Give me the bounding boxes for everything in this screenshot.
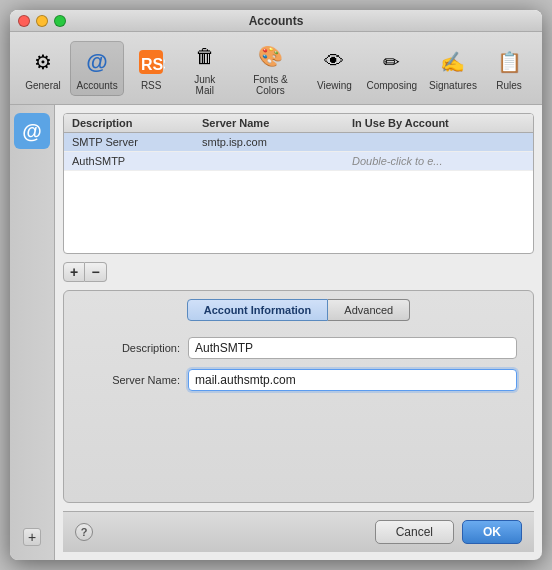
- description-label: Description:: [80, 342, 180, 354]
- description-field-row: Description:: [80, 337, 517, 359]
- toolbar-accounts-label: Accounts: [77, 80, 118, 91]
- toolbar-rules[interactable]: 📋 Rules: [484, 42, 534, 95]
- close-button[interactable]: [18, 15, 30, 27]
- table-row[interactable]: SMTP Server smtp.isp.com: [64, 133, 533, 152]
- titlebar: Accounts: [10, 10, 542, 32]
- toolbar-junk-mail-label: Junk Mail: [186, 74, 223, 96]
- tab-account-information-label: Account Information: [204, 304, 312, 316]
- bottom-bar: ? Cancel OK: [63, 511, 534, 552]
- right-panel: Description Server Name In Use By Accoun…: [55, 105, 542, 560]
- general-icon: ⚙: [27, 46, 59, 78]
- toolbar-general[interactable]: ⚙ General: [18, 42, 68, 95]
- toolbar-viewing[interactable]: 👁 Viewing: [309, 42, 359, 95]
- sidebar-add-button[interactable]: +: [23, 528, 41, 546]
- info-tabs: Account Information Advanced: [64, 291, 533, 321]
- ok-button[interactable]: OK: [462, 520, 522, 544]
- toolbar: ⚙ General @ Accounts RSS RSS 🗑 Junk Mail…: [10, 32, 542, 105]
- row2-description: AuthSMTP: [72, 155, 202, 167]
- svg-text:RSS: RSS: [141, 56, 165, 73]
- toolbar-signatures[interactable]: ✍ Signatures: [424, 42, 482, 95]
- row1-description: SMTP Server: [72, 136, 202, 148]
- row2-in-use: Double-click to e...: [352, 155, 525, 167]
- toolbar-rules-label: Rules: [496, 80, 522, 91]
- info-fields: Description: Server Name:: [64, 321, 533, 399]
- add-server-icon: +: [70, 264, 78, 280]
- table-controls: + −: [63, 262, 534, 282]
- junk-mail-icon: 🗑: [189, 40, 221, 72]
- tab-account-information[interactable]: Account Information: [187, 299, 329, 321]
- server-name-input[interactable]: [188, 369, 517, 391]
- composing-icon: ✏: [376, 46, 408, 78]
- tab-advanced[interactable]: Advanced: [328, 299, 410, 321]
- toolbar-composing[interactable]: ✏ Composing: [361, 42, 421, 95]
- help-icon: ?: [81, 526, 88, 538]
- action-buttons: Cancel OK: [375, 520, 522, 544]
- ok-label: OK: [483, 525, 501, 539]
- toolbar-general-label: General: [25, 80, 61, 91]
- fonts-colors-icon: 🎨: [254, 40, 286, 72]
- window-controls: [18, 15, 66, 27]
- maximize-button[interactable]: [54, 15, 66, 27]
- minimize-button[interactable]: [36, 15, 48, 27]
- tab-advanced-label: Advanced: [344, 304, 393, 316]
- toolbar-fonts-colors[interactable]: 🎨 Fonts & Colors: [233, 36, 307, 100]
- toolbar-rss-label: RSS: [141, 80, 162, 91]
- remove-server-button[interactable]: −: [85, 262, 107, 282]
- row1-server-name: smtp.isp.com: [202, 136, 352, 148]
- remove-server-icon: −: [91, 264, 99, 280]
- description-input[interactable]: [188, 337, 517, 359]
- server-name-field-row: Server Name:: [80, 369, 517, 391]
- info-panel: Account Information Advanced Description…: [63, 290, 534, 503]
- cancel-label: Cancel: [396, 525, 433, 539]
- add-server-button[interactable]: +: [63, 262, 85, 282]
- accounts-icon: @: [81, 46, 113, 78]
- col-in-use-header: In Use By Account: [352, 117, 525, 129]
- window-title: Accounts: [249, 14, 304, 28]
- table-header: Description Server Name In Use By Accoun…: [64, 114, 533, 133]
- toolbar-viewing-label: Viewing: [317, 80, 352, 91]
- toolbar-signatures-label: Signatures: [429, 80, 477, 91]
- sidebar-item-account1[interactable]: @: [14, 113, 50, 149]
- main-content: @ + Description Server Name In Use By Ac…: [10, 105, 542, 560]
- main-window: Accounts ⚙ General @ Accounts RSS RSS 🗑 …: [10, 10, 542, 560]
- col-server-name-header: Server Name: [202, 117, 352, 129]
- toolbar-composing-label: Composing: [366, 80, 417, 91]
- rules-icon: 📋: [493, 46, 525, 78]
- server-name-label: Server Name:: [80, 374, 180, 386]
- viewing-icon: 👁: [318, 46, 350, 78]
- table-body: SMTP Server smtp.isp.com AuthSMTP Double…: [64, 133, 533, 253]
- col-description-header: Description: [72, 117, 202, 129]
- rss-icon: RSS: [135, 46, 167, 78]
- cancel-button[interactable]: Cancel: [375, 520, 454, 544]
- sidebar: @ +: [10, 105, 55, 560]
- toolbar-fonts-colors-label: Fonts & Colors: [241, 74, 299, 96]
- toolbar-accounts[interactable]: @ Accounts: [70, 41, 124, 96]
- toolbar-junk-mail[interactable]: 🗑 Junk Mail: [178, 36, 231, 100]
- sidebar-add-icon: +: [28, 529, 36, 545]
- server-table: Description Server Name In Use By Accoun…: [63, 113, 534, 254]
- signatures-icon: ✍: [437, 46, 469, 78]
- table-row[interactable]: AuthSMTP Double-click to e...: [64, 152, 533, 171]
- toolbar-rss[interactable]: RSS RSS: [126, 42, 176, 95]
- help-button[interactable]: ?: [75, 523, 93, 541]
